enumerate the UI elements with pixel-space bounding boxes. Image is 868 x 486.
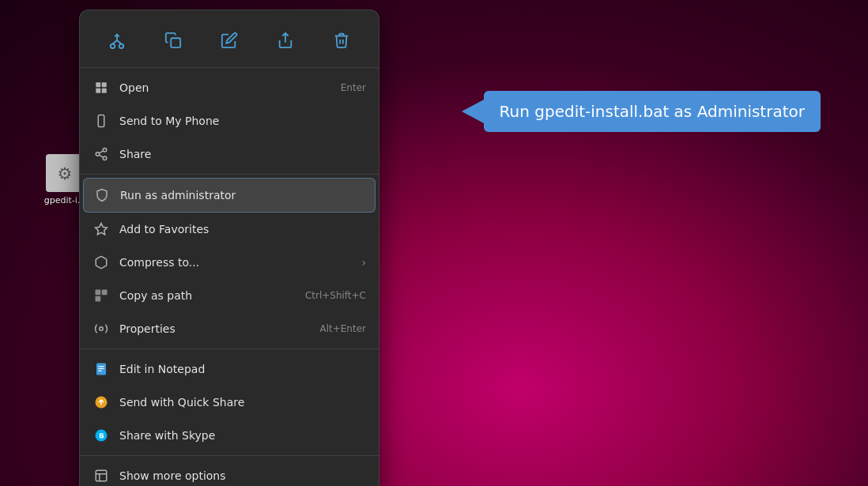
share-toolbar-button[interactable] <box>268 23 303 58</box>
menu-item-share-label: Share <box>119 148 366 160</box>
svg-rect-24 <box>98 368 104 369</box>
shield-icon <box>93 186 111 204</box>
svg-rect-28 <box>96 470 107 481</box>
menu-item-open[interactable]: Open Enter <box>80 71 379 104</box>
more-options-icon <box>92 467 110 484</box>
menu-item-quickshare-label: Send with Quick Share <box>119 396 366 409</box>
menu-item-notepad-label: Edit in Notepad <box>119 363 366 375</box>
svg-rect-7 <box>102 82 107 87</box>
menu-item-copy-path-label: Copy as path <box>119 289 305 302</box>
svg-rect-18 <box>96 290 101 296</box>
menu-item-add-favorites[interactable]: Add to Favorites <box>80 213 379 246</box>
menu-item-skype-label: Share with Skype <box>119 429 366 442</box>
menu-item-run-as-admin[interactable]: Run as administrator <box>83 178 376 213</box>
svg-rect-9 <box>102 89 107 93</box>
svg-rect-19 <box>102 290 108 296</box>
svg-point-12 <box>103 149 107 153</box>
desktop-icon-image: ⚙ <box>46 154 84 192</box>
callout-tooltip: Run gpedit-install.bat as Administrator <box>484 91 821 132</box>
quickshare-icon <box>92 394 110 411</box>
svg-point-14 <box>103 156 107 160</box>
menu-item-add-favorites-label: Add to Favorites <box>119 223 366 235</box>
properties-icon <box>92 320 110 337</box>
context-menu: Open Enter Send to My Phone Share Run as… <box>79 9 379 486</box>
svg-rect-20 <box>96 296 101 302</box>
menu-item-properties-shortcut: Alt+Enter <box>319 323 366 334</box>
menu-item-share[interactable]: Share <box>80 138 379 171</box>
context-menu-toolbar <box>80 17 379 68</box>
menu-item-open-label: Open <box>119 81 341 94</box>
svg-rect-8 <box>96 89 100 93</box>
divider-2 <box>80 348 379 349</box>
copy-path-icon <box>92 287 110 304</box>
open-icon <box>92 79 110 96</box>
menu-item-properties-label: Properties <box>119 322 319 335</box>
compress-submenu-arrow: › <box>361 256 366 269</box>
menu-item-show-more-label: Show more options <box>119 469 366 482</box>
menu-item-open-shortcut: Enter <box>341 82 366 93</box>
compress-icon <box>92 254 110 271</box>
phone-icon <box>92 112 110 130</box>
star-icon <box>92 220 110 238</box>
svg-marker-17 <box>96 224 108 235</box>
callout-text: Run gpedit-install.bat as Administrator <box>500 102 805 121</box>
divider-1 <box>80 174 379 175</box>
svg-rect-6 <box>96 82 100 87</box>
menu-item-notepad[interactable]: Edit in Notepad <box>80 352 379 386</box>
menu-item-skype[interactable]: Share with Skype <box>80 419 379 452</box>
menu-item-properties[interactable]: Properties Alt+Enter <box>80 312 379 345</box>
svg-line-15 <box>99 155 103 157</box>
menu-item-show-more[interactable]: Show more options <box>80 459 379 486</box>
delete-button[interactable] <box>324 23 359 58</box>
copy-button[interactable] <box>156 23 191 58</box>
menu-item-copy-path-shortcut: Ctrl+Shift+C <box>305 290 366 301</box>
menu-item-run-as-admin-label: Run as administrator <box>120 189 365 202</box>
menu-item-send-phone[interactable]: Send to My Phone <box>80 104 379 138</box>
menu-item-compress-label: Compress to... <box>119 256 361 269</box>
svg-rect-25 <box>98 371 102 371</box>
skype-icon <box>92 427 110 444</box>
menu-item-quickshare[interactable]: Send with Quick Share <box>80 386 379 419</box>
divider-3 <box>80 455 379 456</box>
cut-button[interactable] <box>100 23 134 58</box>
menu-item-copy-path[interactable]: Copy as path Ctrl+Shift+C <box>80 279 379 312</box>
svg-point-21 <box>100 327 104 331</box>
menu-item-send-phone-label: Send to My Phone <box>119 115 366 127</box>
svg-rect-10 <box>98 115 104 127</box>
svg-point-13 <box>96 153 100 156</box>
svg-line-16 <box>99 151 103 153</box>
share-icon <box>92 145 110 163</box>
svg-rect-23 <box>98 366 104 367</box>
svg-text:⚙: ⚙ <box>58 164 73 183</box>
rename-button[interactable] <box>212 23 247 58</box>
notepad-icon <box>92 360 110 378</box>
menu-item-compress[interactable]: Compress to... › <box>80 246 379 279</box>
svg-rect-4 <box>171 38 180 47</box>
